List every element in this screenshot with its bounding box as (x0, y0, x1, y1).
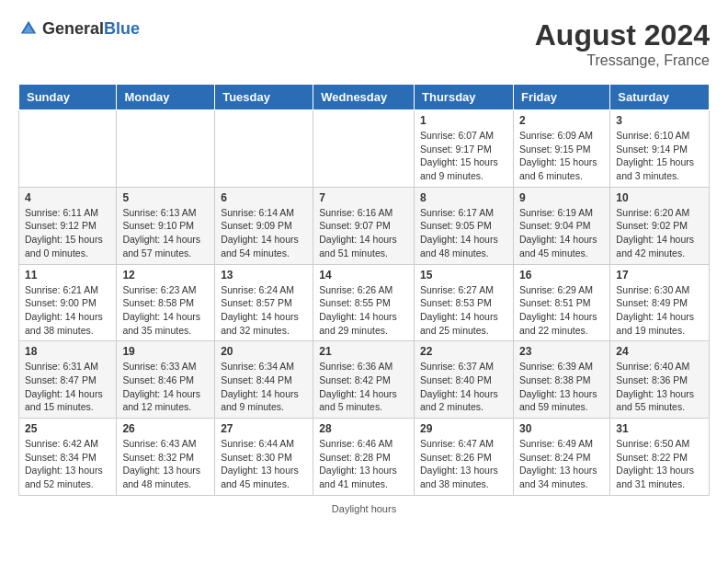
day-info: Sunrise: 6:36 AMSunset: 8:42 PMDaylight:… (319, 360, 408, 414)
daylight-text: Daylight: 14 hours and 2 minutes. (420, 387, 507, 414)
sunrise-text: Sunrise: 6:26 AM (319, 283, 408, 297)
day-number: 13 (221, 269, 307, 282)
location: Tressange, France (535, 52, 710, 69)
sunrise-text: Sunrise: 6:24 AM (221, 283, 307, 297)
calendar-cell (313, 110, 415, 188)
sunrise-text: Sunrise: 6:29 AM (519, 283, 604, 297)
sunrise-text: Sunrise: 6:16 AM (319, 206, 408, 220)
day-number: 3 (616, 114, 703, 127)
sunrise-text: Sunrise: 6:14 AM (221, 206, 307, 220)
calendar-cell: 16Sunrise: 6:29 AMSunset: 8:51 PMDayligh… (513, 264, 609, 341)
sunrise-text: Sunrise: 6:21 AM (25, 283, 110, 297)
day-number: 31 (616, 422, 703, 435)
sunrise-text: Sunrise: 6:31 AM (25, 360, 110, 373)
daylight-text: Daylight: 13 hours and 38 minutes. (420, 464, 507, 490)
calendar-cell: 19Sunrise: 6:33 AMSunset: 8:46 PMDayligh… (117, 341, 215, 419)
sunset-text: Sunset: 8:24 PM (519, 451, 604, 465)
calendar-week-2: 4Sunrise: 6:11 AMSunset: 9:12 PMDaylight… (19, 187, 710, 264)
day-info: Sunrise: 6:49 AMSunset: 8:24 PMDaylight:… (519, 437, 604, 491)
calendar-header-row: SundayMondayTuesdayWednesdayThursdayFrid… (19, 85, 710, 110)
sunset-text: Sunset: 8:42 PM (319, 373, 408, 387)
calendar-cell: 3Sunrise: 6:10 AMSunset: 9:14 PMDaylight… (610, 110, 710, 188)
day-info: Sunrise: 6:46 AMSunset: 8:28 PMDaylight:… (319, 437, 408, 491)
day-number: 30 (519, 422, 604, 435)
sunset-text: Sunset: 8:28 PM (319, 451, 408, 465)
sunset-text: Sunset: 9:12 PM (25, 219, 110, 233)
daylight-text: Daylight: 14 hours and 38 minutes. (25, 310, 110, 337)
logo-blue: Blue (104, 19, 140, 38)
sunset-text: Sunset: 9:07 PM (319, 219, 408, 233)
day-info: Sunrise: 6:29 AMSunset: 8:51 PMDaylight:… (519, 283, 604, 338)
daylight-text: Daylight: 14 hours and 35 minutes. (122, 310, 209, 337)
sunset-text: Sunset: 8:49 PM (616, 296, 703, 310)
day-number: 26 (122, 422, 209, 435)
logo-icon (18, 18, 39, 39)
day-number: 8 (420, 191, 507, 204)
sunset-text: Sunset: 8:40 PM (420, 373, 507, 387)
daylight-text: Daylight: 14 hours and 9 minutes. (221, 387, 307, 414)
sunrise-text: Sunrise: 6:10 AM (616, 129, 703, 143)
day-number: 24 (616, 345, 703, 358)
col-header-friday: Friday (513, 85, 609, 110)
col-header-wednesday: Wednesday (313, 85, 415, 110)
day-number: 6 (221, 191, 307, 204)
day-info: Sunrise: 6:20 AMSunset: 9:02 PMDaylight:… (616, 206, 703, 260)
title-block: August 2024 Tressange, France (535, 18, 710, 69)
daylight-text: Daylight: 15 hours and 6 minutes. (519, 155, 604, 182)
day-number: 22 (420, 345, 507, 358)
day-info: Sunrise: 6:11 AMSunset: 9:12 PMDaylight:… (25, 206, 110, 260)
footer: Daylight hours (18, 503, 710, 514)
day-info: Sunrise: 6:13 AMSunset: 9:10 PMDaylight:… (122, 206, 209, 260)
sunrise-text: Sunrise: 6:36 AM (319, 360, 408, 373)
day-info: Sunrise: 6:43 AMSunset: 8:32 PMDaylight:… (122, 437, 209, 491)
daylight-text: Daylight: 14 hours and 57 minutes. (122, 233, 209, 259)
sunrise-text: Sunrise: 6:43 AM (122, 437, 209, 451)
sunrise-text: Sunrise: 6:07 AM (420, 129, 507, 143)
day-info: Sunrise: 6:21 AMSunset: 9:00 PMDaylight:… (25, 283, 110, 338)
sunrise-text: Sunrise: 6:44 AM (221, 437, 307, 451)
day-info: Sunrise: 6:07 AMSunset: 9:17 PMDaylight:… (420, 129, 507, 183)
sunrise-text: Sunrise: 6:46 AM (319, 437, 408, 451)
logo-text: GeneralBlue (42, 19, 140, 39)
sunrise-text: Sunrise: 6:19 AM (519, 206, 604, 220)
sunrise-text: Sunrise: 6:33 AM (122, 360, 209, 373)
calendar-cell: 8Sunrise: 6:17 AMSunset: 9:05 PMDaylight… (415, 187, 514, 264)
day-info: Sunrise: 6:10 AMSunset: 9:14 PMDaylight:… (616, 129, 703, 183)
logo: GeneralBlue (18, 18, 140, 39)
day-info: Sunrise: 6:39 AMSunset: 8:38 PMDaylight:… (519, 360, 604, 414)
day-number: 12 (122, 269, 209, 282)
day-info: Sunrise: 6:14 AMSunset: 9:09 PMDaylight:… (221, 206, 307, 260)
page-header: GeneralBlue August 2024 Tressange, Franc… (18, 18, 710, 69)
calendar-cell (19, 110, 117, 188)
col-header-thursday: Thursday (415, 85, 514, 110)
calendar-cell: 27Sunrise: 6:44 AMSunset: 8:30 PMDayligh… (215, 419, 313, 496)
day-info: Sunrise: 6:37 AMSunset: 8:40 PMDaylight:… (420, 360, 507, 414)
sunrise-text: Sunrise: 6:17 AM (420, 206, 507, 220)
calendar-cell: 26Sunrise: 6:43 AMSunset: 8:32 PMDayligh… (117, 419, 215, 496)
day-number: 4 (25, 191, 110, 204)
daylight-text: Daylight: 14 hours and 51 minutes. (319, 233, 408, 259)
sunset-text: Sunset: 8:55 PM (319, 296, 408, 310)
calendar-cell: 2Sunrise: 6:09 AMSunset: 9:15 PMDaylight… (513, 110, 609, 188)
calendar-cell: 5Sunrise: 6:13 AMSunset: 9:10 PMDaylight… (117, 187, 215, 264)
sunset-text: Sunset: 9:10 PM (122, 219, 209, 233)
daylight-text: Daylight: 13 hours and 48 minutes. (122, 464, 209, 490)
daylight-text: Daylight: 14 hours and 15 minutes. (25, 387, 110, 414)
day-info: Sunrise: 6:27 AMSunset: 8:53 PMDaylight:… (420, 283, 507, 338)
sunset-text: Sunset: 9:04 PM (519, 219, 604, 233)
day-number: 1 (420, 114, 507, 127)
calendar-cell: 6Sunrise: 6:14 AMSunset: 9:09 PMDaylight… (215, 187, 313, 264)
sunset-text: Sunset: 8:30 PM (221, 451, 307, 465)
calendar-cell: 18Sunrise: 6:31 AMSunset: 8:47 PMDayligh… (19, 341, 117, 419)
day-info: Sunrise: 6:09 AMSunset: 9:15 PMDaylight:… (519, 129, 604, 183)
calendar-cell: 30Sunrise: 6:49 AMSunset: 8:24 PMDayligh… (513, 419, 609, 496)
calendar-cell: 21Sunrise: 6:36 AMSunset: 8:42 PMDayligh… (313, 341, 415, 419)
day-info: Sunrise: 6:24 AMSunset: 8:57 PMDaylight:… (221, 283, 307, 338)
calendar-week-5: 25Sunrise: 6:42 AMSunset: 8:34 PMDayligh… (19, 419, 710, 496)
day-info: Sunrise: 6:26 AMSunset: 8:55 PMDaylight:… (319, 283, 408, 338)
sunrise-text: Sunrise: 6:39 AM (519, 360, 604, 373)
month-year: August 2024 (535, 18, 710, 52)
sunrise-text: Sunrise: 6:40 AM (616, 360, 703, 373)
calendar-cell: 24Sunrise: 6:40 AMSunset: 8:36 PMDayligh… (610, 341, 710, 419)
sunrise-text: Sunrise: 6:37 AM (420, 360, 507, 373)
